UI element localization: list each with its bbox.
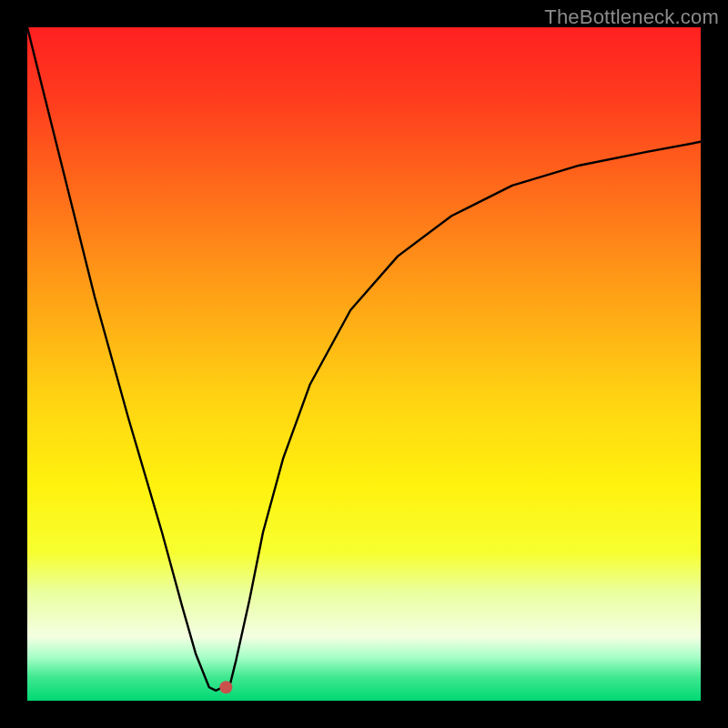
chart-plot-area [27, 27, 701, 701]
watermark-text: TheBottleneck.com [544, 5, 719, 29]
chart-background-gradient [27, 27, 701, 701]
optimal-point-marker [219, 681, 232, 693]
chart-svg [27, 27, 701, 701]
